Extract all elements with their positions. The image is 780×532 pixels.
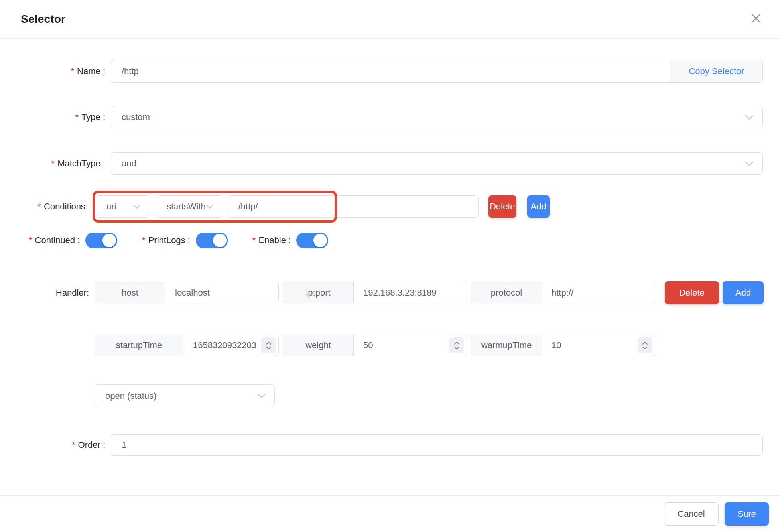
chevron-down-icon: [258, 394, 266, 398]
sure-button[interactable]: Sure: [725, 502, 769, 526]
handler-row-1: Handler: host ip:port protocol Delete Ad…: [0, 281, 763, 304]
enable-toggle[interactable]: [296, 233, 328, 248]
chevron-down-icon: [206, 204, 214, 209]
ipport-addon-label: ip:port: [283, 282, 354, 303]
handler-label: Handler:: [0, 288, 89, 298]
chevron-down-icon: [745, 161, 754, 166]
protocol-addon-label: protocol: [471, 282, 542, 303]
chevron-down-icon: [133, 204, 141, 209]
warmuptime-stepper[interactable]: [638, 337, 652, 353]
printlogs-toggle[interactable]: [196, 233, 228, 248]
close-icon: [751, 13, 761, 25]
cancel-button[interactable]: Cancel: [664, 502, 719, 526]
ipport-input[interactable]: [354, 282, 467, 303]
enable-switch-group: *Enable :: [252, 233, 328, 248]
required-asterisk: *: [252, 235, 256, 245]
modal-body: *Name : Copy Selector *Type : custom *Ma…: [0, 39, 780, 456]
weight-stepper[interactable]: [449, 337, 464, 353]
protocol-input-group: protocol: [471, 282, 655, 303]
required-asterisk: *: [71, 66, 75, 76]
enable-label: *Enable :: [252, 235, 291, 246]
close-button[interactable]: [747, 10, 765, 28]
order-row: *Order :: [0, 434, 763, 456]
order-input[interactable]: [111, 434, 763, 456]
type-label: *Type :: [0, 112, 105, 122]
continued-switch-group: *Continued :: [29, 233, 117, 248]
chevron-down-icon: [266, 346, 272, 350]
host-addon-label: host: [95, 282, 165, 303]
name-row: *Name : Copy Selector: [0, 60, 763, 83]
chevron-down-icon: [642, 346, 648, 350]
warmuptime-input[interactable]: [542, 335, 638, 356]
condition-key-select[interactable]: uri: [96, 195, 150, 218]
conditions-label: *Conditions:: [0, 201, 88, 212]
warmuptime-addon-label: warmupTime: [471, 335, 542, 356]
name-input-group: Copy Selector: [111, 60, 763, 83]
toggle-knob: [313, 234, 327, 247]
required-asterisk: *: [29, 235, 32, 245]
modal-header: Selector: [0, 0, 780, 39]
condition-add-button[interactable]: Add: [527, 195, 550, 218]
printlogs-switch-group: *PrintLogs :: [142, 233, 228, 248]
printlogs-label: *PrintLogs :: [142, 235, 190, 246]
protocol-input[interactable]: [542, 282, 655, 303]
chevron-down-icon: [454, 346, 460, 350]
required-asterisk: *: [37, 201, 41, 211]
switches-row: *Continued : *PrintLogs : *Enable :: [0, 233, 763, 248]
type-select-value: custom: [122, 112, 150, 122]
weight-addon-label: weight: [283, 335, 354, 356]
ipport-input-group: ip:port: [283, 282, 467, 303]
handler-add-button[interactable]: Add: [723, 281, 764, 304]
weight-input-group: weight: [283, 335, 467, 356]
chevron-up-icon: [642, 341, 648, 345]
handler-row-3: open (status): [0, 384, 763, 407]
required-asterisk: *: [72, 440, 75, 450]
name-label: *Name :: [0, 66, 105, 77]
startuptime-input[interactable]: [183, 335, 261, 356]
matchtype-label: *MatchType :: [0, 158, 105, 169]
copy-selector-button[interactable]: Copy Selector: [670, 60, 762, 82]
condition-delete-button[interactable]: Delete: [488, 195, 517, 218]
warmuptime-input-group: warmupTime: [471, 335, 655, 356]
name-input[interactable]: [111, 60, 670, 82]
condition-value-input[interactable]: [228, 195, 479, 218]
chevron-up-icon: [454, 341, 460, 345]
handler-row-2: startupTime weight warmupTime: [0, 335, 763, 356]
matchtype-select[interactable]: and: [111, 152, 763, 175]
modal-footer: Cancel Sure: [0, 495, 780, 532]
status-select[interactable]: open (status): [95, 384, 275, 407]
startuptime-stepper[interactable]: [261, 337, 276, 353]
toggle-knob: [102, 234, 116, 247]
condition-operator-select[interactable]: startsWith: [156, 195, 223, 218]
condition-operator-value: startsWith: [167, 201, 206, 212]
conditions-row: *Conditions: uri startsWith Delete Add: [0, 195, 763, 218]
startuptime-input-group: startupTime: [95, 335, 279, 356]
required-asterisk: *: [142, 235, 146, 245]
condition-key-value: uri: [106, 201, 116, 212]
continued-toggle[interactable]: [85, 233, 117, 248]
continued-label: *Continued :: [29, 235, 80, 246]
order-label: *Order :: [0, 440, 105, 450]
host-input-group: host: [95, 282, 279, 303]
handler-delete-button[interactable]: Delete: [665, 281, 719, 304]
status-select-value: open (status): [105, 391, 156, 401]
startuptime-addon-label: startupTime: [95, 335, 183, 356]
required-asterisk: *: [75, 112, 79, 122]
type-row: *Type : custom: [0, 106, 763, 128]
toggle-knob: [213, 234, 227, 247]
modal-title: Selector: [21, 13, 65, 26]
chevron-up-icon: [266, 341, 272, 345]
required-asterisk: *: [51, 158, 55, 168]
matchtype-select-value: and: [122, 158, 136, 169]
matchtype-row: *MatchType : and: [0, 152, 763, 175]
chevron-down-icon: [745, 115, 754, 120]
weight-input[interactable]: [354, 335, 449, 356]
host-input[interactable]: [165, 282, 278, 303]
type-select[interactable]: custom: [111, 106, 763, 128]
